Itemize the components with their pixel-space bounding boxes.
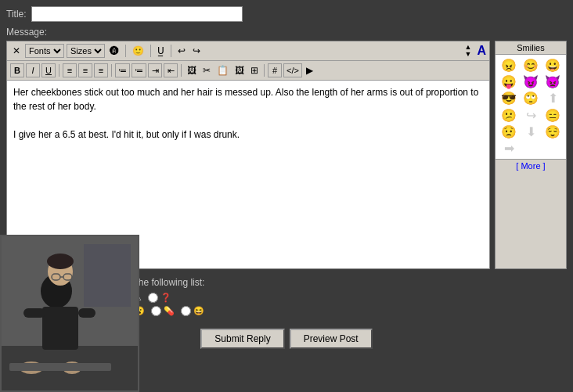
title-label: Title: [6, 9, 27, 20]
smiley-6[interactable]: 👿 [542, 74, 563, 89]
insert-image-btn[interactable]: 🖼 [185, 63, 199, 78]
ordered-list-btn[interactable]: ≔ [132, 63, 146, 77]
align-center-btn[interactable]: ≡ [78, 63, 92, 77]
delete-btn[interactable]: ✂ [200, 63, 213, 78]
code-btn[interactable]: </> [283, 63, 302, 77]
submit-reply-button[interactable]: Submit Reply [200, 329, 284, 349]
svg-rect-3 [84, 244, 131, 307]
smiley-2[interactable]: 😊 [521, 58, 541, 73]
webcam-overlay [0, 235, 139, 392]
smilies-title: Smilies [496, 41, 566, 55]
smiley-5[interactable]: 😈 [521, 74, 541, 89]
hash-btn[interactable]: # [268, 63, 282, 77]
smilies-grid: 😠 😊 😀 😛 😈 👿 😎 🙄 ⬆ 😕 ↪ 😑 😟 ⬇ 😌 ➡ [496, 55, 566, 159]
underline-btn[interactable]: U [41, 63, 56, 77]
special-chars-btn[interactable]: ✕ [10, 43, 23, 59]
unordered-list-btn[interactable]: ≔ [115, 63, 130, 77]
smiley-btn[interactable]: 🙂 [130, 43, 146, 59]
bottom-smiley-6[interactable]: ❓ [148, 293, 171, 303]
svg-rect-12 [9, 363, 111, 371]
paste-btn[interactable]: 📋 [214, 63, 231, 78]
preview-post-button[interactable]: Preview Post [290, 329, 373, 349]
font-size-icon: A [477, 44, 486, 58]
table-btn[interactable]: ⊞ [248, 63, 261, 78]
undo-btn[interactable]: ↩ [175, 43, 188, 59]
align-left-btn[interactable]: ≡ [63, 63, 77, 77]
title-input[interactable] [31, 6, 243, 22]
smiley-14[interactable]: ⬇ [521, 124, 541, 139]
smiley-3[interactable]: 😀 [542, 58, 563, 73]
outdent-btn[interactable]: ⇤ [164, 63, 178, 77]
sizes-select[interactable]: Sizes [67, 44, 105, 58]
svg-rect-8 [23, 308, 45, 318]
editor-text-line1: Her cheekbones stick out too much and he… [13, 87, 478, 112]
smiley-15[interactable]: 😌 [542, 124, 563, 139]
redo-btn[interactable]: ↪ [190, 43, 203, 59]
bottom-smiley-12[interactable]: 💊 [151, 306, 175, 316]
svg-rect-9 [78, 308, 96, 318]
smiley-13[interactable]: 😟 [499, 124, 519, 139]
message-label: Message: [6, 27, 567, 38]
align-right-btn[interactable]: ≡ [94, 63, 108, 77]
editor-text-line2: I give her a 6.5 at best. I'd hit it, bu… [13, 129, 240, 140]
smilies-panel: Smilies 😠 😊 😀 😛 😈 👿 😎 🙄 ⬆ 😕 ↪ 😑 😟 ⬇ 😌 ➡ [495, 41, 567, 269]
smiley-16[interactable]: ➡ [499, 141, 519, 156]
underline-u-btn[interactable]: U̲ [155, 43, 167, 59]
toolbar-row1: ✕ Fonts Sizes 🅐 🙂 U̲ ↩ ↪ ▲▼ A [7, 41, 489, 61]
italic-btn[interactable]: I [26, 63, 40, 77]
text-color-btn[interactable]: 🅐 [107, 43, 121, 59]
smiley-4[interactable]: 😛 [499, 74, 519, 89]
smiley-10[interactable]: 😕 [499, 108, 519, 123]
svg-rect-7 [42, 307, 78, 350]
smiley-7[interactable]: 😎 [499, 91, 519, 106]
indent-btn[interactable]: ⇥ [148, 63, 162, 77]
toolbar-row2: B I U ≡ ≡ ≡ ≔ ≔ ⇥ ⇤ 🖼 ✂ 📋 🖼 ⊞ # < [7, 61, 489, 81]
bold-btn[interactable]: B [10, 63, 24, 77]
fonts-select[interactable]: Fonts [25, 44, 64, 58]
smiley-8[interactable]: 🙄 [521, 91, 541, 106]
smiley-12[interactable]: 😑 [542, 108, 563, 123]
insert-img2-btn[interactable]: 🖼 [232, 63, 247, 78]
svg-point-6 [47, 254, 74, 269]
smilies-more-link[interactable]: [ More ] [496, 159, 566, 172]
smiley-1[interactable]: 😠 [499, 58, 519, 73]
smiley-9[interactable]: ⬆ [542, 91, 563, 106]
media-btn[interactable]: ▶ [304, 63, 315, 78]
bottom-smiley-13[interactable]: 😆 [181, 306, 204, 316]
smiley-11[interactable]: ↪ [521, 108, 541, 123]
